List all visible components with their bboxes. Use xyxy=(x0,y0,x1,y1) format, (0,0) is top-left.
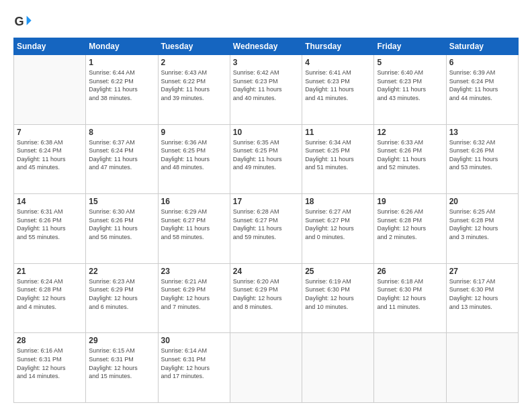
svg-marker-1 xyxy=(27,16,32,26)
calendar-cell: 1Sunrise: 6:44 AM Sunset: 6:22 PM Daylig… xyxy=(86,55,158,125)
calendar-cell: 9Sunrise: 6:36 AM Sunset: 6:25 PM Daylig… xyxy=(158,124,230,194)
day-info: Sunrise: 6:23 AM Sunset: 6:29 PM Dayligh… xyxy=(89,277,154,311)
day-info: Sunrise: 6:39 AM Sunset: 6:24 PM Dayligh… xyxy=(449,68,515,102)
day-number: 13 xyxy=(449,128,515,137)
day-number: 12 xyxy=(377,128,443,137)
calendar-cell: 4Sunrise: 6:41 AM Sunset: 6:23 PM Daylig… xyxy=(302,55,374,125)
day-info: Sunrise: 6:28 AM Sunset: 6:27 PM Dayligh… xyxy=(233,208,299,241)
calendar-cell xyxy=(230,333,302,403)
day-info: Sunrise: 6:14 AM Sunset: 6:31 PM Dayligh… xyxy=(161,347,227,380)
calendar-cell: 21Sunrise: 6:24 AM Sunset: 6:28 PM Dayli… xyxy=(14,263,86,333)
day-info: Sunrise: 6:21 AM Sunset: 6:29 PM Dayligh… xyxy=(161,277,227,311)
calendar-cell: 3Sunrise: 6:42 AM Sunset: 6:23 PM Daylig… xyxy=(230,55,302,125)
calendar-cell: 12Sunrise: 6:33 AM Sunset: 6:26 PM Dayli… xyxy=(374,124,446,194)
calendar-cell: 25Sunrise: 6:19 AM Sunset: 6:30 PM Dayli… xyxy=(302,263,374,333)
calendar-cell: 19Sunrise: 6:26 AM Sunset: 6:28 PM Dayli… xyxy=(374,194,446,264)
day-info: Sunrise: 6:27 AM Sunset: 6:27 PM Dayligh… xyxy=(305,208,371,241)
column-header-thursday: Thursday xyxy=(302,38,374,55)
day-number: 19 xyxy=(377,197,443,206)
day-number: 11 xyxy=(305,128,371,137)
day-number: 29 xyxy=(89,336,154,345)
logo-icon: G xyxy=(13,12,32,31)
calendar-cell: 18Sunrise: 6:27 AM Sunset: 6:27 PM Dayli… xyxy=(302,194,374,264)
day-number: 23 xyxy=(161,267,227,276)
day-number: 20 xyxy=(449,197,515,206)
calendar-cell: 24Sunrise: 6:20 AM Sunset: 6:29 PM Dayli… xyxy=(230,263,302,333)
column-header-monday: Monday xyxy=(86,38,158,55)
day-number: 22 xyxy=(89,267,154,276)
day-info: Sunrise: 6:36 AM Sunset: 6:25 PM Dayligh… xyxy=(161,138,227,172)
day-info: Sunrise: 6:24 AM Sunset: 6:28 PM Dayligh… xyxy=(17,277,83,311)
day-number: 2 xyxy=(161,58,227,67)
day-info: Sunrise: 6:35 AM Sunset: 6:25 PM Dayligh… xyxy=(233,138,299,172)
day-info: Sunrise: 6:33 AM Sunset: 6:26 PM Dayligh… xyxy=(377,138,443,172)
day-info: Sunrise: 6:17 AM Sunset: 6:30 PM Dayligh… xyxy=(449,277,515,311)
calendar-cell: 11Sunrise: 6:34 AM Sunset: 6:25 PM Dayli… xyxy=(302,124,374,194)
day-number: 15 xyxy=(89,197,154,206)
calendar-cell: 27Sunrise: 6:17 AM Sunset: 6:30 PM Dayli… xyxy=(446,263,518,333)
day-number: 17 xyxy=(233,197,299,206)
day-info: Sunrise: 6:42 AM Sunset: 6:23 PM Dayligh… xyxy=(233,68,299,102)
day-info: Sunrise: 6:31 AM Sunset: 6:26 PM Dayligh… xyxy=(17,208,83,241)
calendar-cell xyxy=(14,55,86,125)
day-info: Sunrise: 6:25 AM Sunset: 6:28 PM Dayligh… xyxy=(449,208,515,241)
day-info: Sunrise: 6:32 AM Sunset: 6:26 PM Dayligh… xyxy=(449,138,515,172)
calendar-cell xyxy=(374,333,446,403)
calendar-cell: 16Sunrise: 6:29 AM Sunset: 6:27 PM Dayli… xyxy=(158,194,230,264)
day-number: 10 xyxy=(233,128,299,137)
day-info: Sunrise: 6:38 AM Sunset: 6:24 PM Dayligh… xyxy=(17,138,83,172)
day-info: Sunrise: 6:37 AM Sunset: 6:24 PM Dayligh… xyxy=(89,138,154,172)
calendar-cell: 22Sunrise: 6:23 AM Sunset: 6:29 PM Dayli… xyxy=(86,263,158,333)
calendar-cell: 13Sunrise: 6:32 AM Sunset: 6:26 PM Dayli… xyxy=(446,124,518,194)
calendar-cell xyxy=(302,333,374,403)
day-number: 6 xyxy=(449,58,515,67)
calendar-table: SundayMondayTuesdayWednesdayThursdayFrid… xyxy=(13,38,519,403)
day-number: 14 xyxy=(17,197,83,206)
day-info: Sunrise: 6:34 AM Sunset: 6:25 PM Dayligh… xyxy=(305,138,371,172)
day-number: 30 xyxy=(161,336,227,345)
calendar-week-row: 28Sunrise: 6:16 AM Sunset: 6:31 PM Dayli… xyxy=(14,333,519,403)
day-number: 21 xyxy=(17,267,83,276)
day-info: Sunrise: 6:20 AM Sunset: 6:29 PM Dayligh… xyxy=(233,277,299,311)
logo: G xyxy=(13,12,35,31)
calendar-cell: 29Sunrise: 6:15 AM Sunset: 6:31 PM Dayli… xyxy=(86,333,158,403)
calendar-cell: 14Sunrise: 6:31 AM Sunset: 6:26 PM Dayli… xyxy=(14,194,86,264)
header: G xyxy=(13,12,519,31)
day-number: 16 xyxy=(161,197,227,206)
day-number: 25 xyxy=(305,267,371,276)
calendar-cell: 10Sunrise: 6:35 AM Sunset: 6:25 PM Dayli… xyxy=(230,124,302,194)
day-number: 28 xyxy=(17,336,83,345)
calendar-cell xyxy=(446,333,518,403)
calendar-cell: 7Sunrise: 6:38 AM Sunset: 6:24 PM Daylig… xyxy=(14,124,86,194)
calendar-cell: 26Sunrise: 6:18 AM Sunset: 6:30 PM Dayli… xyxy=(374,263,446,333)
calendar-week-row: 7Sunrise: 6:38 AM Sunset: 6:24 PM Daylig… xyxy=(14,124,519,194)
day-number: 18 xyxy=(305,197,371,206)
calendar-week-row: 14Sunrise: 6:31 AM Sunset: 6:26 PM Dayli… xyxy=(14,194,519,264)
svg-text:G: G xyxy=(14,15,24,28)
calendar-header-row: SundayMondayTuesdayWednesdayThursdayFrid… xyxy=(14,38,519,55)
day-number: 3 xyxy=(233,58,299,67)
day-info: Sunrise: 6:29 AM Sunset: 6:27 PM Dayligh… xyxy=(161,208,227,241)
calendar-cell: 6Sunrise: 6:39 AM Sunset: 6:24 PM Daylig… xyxy=(446,55,518,125)
column-header-sunday: Sunday xyxy=(14,38,86,55)
calendar-cell: 15Sunrise: 6:30 AM Sunset: 6:26 PM Dayli… xyxy=(86,194,158,264)
column-header-wednesday: Wednesday xyxy=(230,38,302,55)
day-number: 26 xyxy=(377,267,443,276)
day-info: Sunrise: 6:19 AM Sunset: 6:30 PM Dayligh… xyxy=(305,277,371,311)
calendar-cell: 8Sunrise: 6:37 AM Sunset: 6:24 PM Daylig… xyxy=(86,124,158,194)
calendar-cell: 5Sunrise: 6:40 AM Sunset: 6:23 PM Daylig… xyxy=(374,55,446,125)
day-number: 24 xyxy=(233,267,299,276)
day-number: 1 xyxy=(89,58,154,67)
day-info: Sunrise: 6:40 AM Sunset: 6:23 PM Dayligh… xyxy=(377,68,443,102)
day-info: Sunrise: 6:41 AM Sunset: 6:23 PM Dayligh… xyxy=(305,68,371,102)
day-info: Sunrise: 6:44 AM Sunset: 6:22 PM Dayligh… xyxy=(89,68,154,102)
column-header-tuesday: Tuesday xyxy=(158,38,230,55)
calendar-cell: 30Sunrise: 6:14 AM Sunset: 6:31 PM Dayli… xyxy=(158,333,230,403)
day-info: Sunrise: 6:30 AM Sunset: 6:26 PM Dayligh… xyxy=(89,208,154,241)
calendar-week-row: 1Sunrise: 6:44 AM Sunset: 6:22 PM Daylig… xyxy=(14,55,519,125)
day-number: 8 xyxy=(89,128,154,137)
day-number: 27 xyxy=(449,267,515,276)
day-number: 7 xyxy=(17,128,83,137)
calendar-cell: 20Sunrise: 6:25 AM Sunset: 6:28 PM Dayli… xyxy=(446,194,518,264)
calendar-cell: 28Sunrise: 6:16 AM Sunset: 6:31 PM Dayli… xyxy=(14,333,86,403)
